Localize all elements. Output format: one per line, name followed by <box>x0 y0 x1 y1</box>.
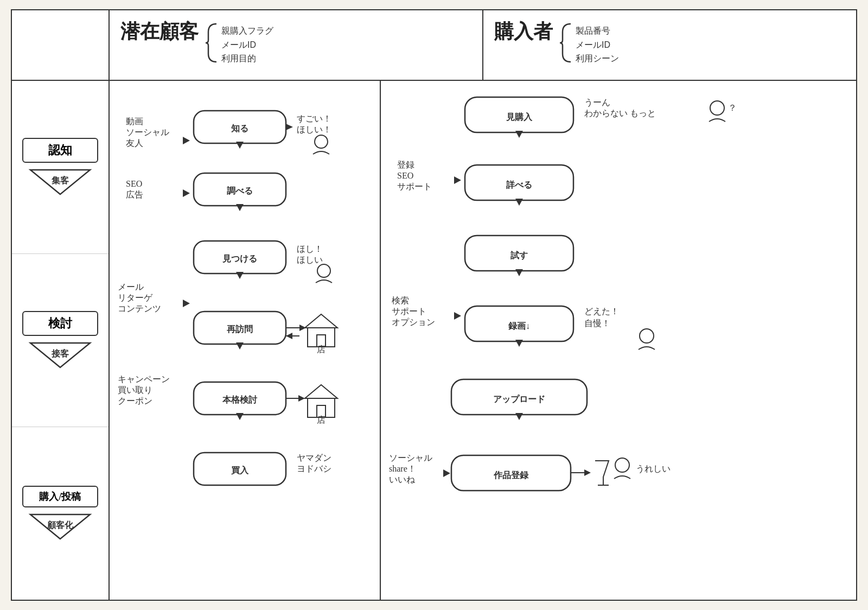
svg-text:メール: メール <box>118 282 144 291</box>
svg-text:わからない もっと: わからない もっと <box>584 109 656 118</box>
svg-marker-93 <box>443 469 450 477</box>
svg-marker-19 <box>183 189 190 197</box>
stage-item-1: 認知 集客 <box>12 81 108 254</box>
left-panel: 動画 ソーシャル 友人 知る すごい！ ほしい！ <box>110 81 381 600</box>
svg-marker-31 <box>183 300 190 307</box>
svg-text:動画: 動画 <box>126 117 143 126</box>
right-attributes: 製品番号 メールID 利用シーン <box>576 24 619 66</box>
svg-point-64 <box>710 101 724 115</box>
stage-triangle-1: 集客 <box>28 167 93 197</box>
svg-text:調べる: 調べる <box>227 186 253 195</box>
svg-marker-39 <box>305 314 337 328</box>
right-attr-2: メールID <box>576 38 619 52</box>
main-content: 認知 集客 検討 接客 購入/投稿 顧客化 <box>12 81 856 600</box>
header-left-section: 潜在顧客 親購入フラグ メールID 利用目的 <box>110 10 483 80</box>
right-flow-svg: 見購入 うーん わからない もっと ？ 登録 SEO サポート <box>381 81 777 600</box>
svg-text:知る: 知る <box>231 124 248 133</box>
right-brace-icon <box>557 21 573 65</box>
svg-marker-16 <box>236 142 244 149</box>
svg-text:キャンペーン: キャンペーン <box>118 374 170 384</box>
svg-text:録画↓: 録画↓ <box>508 321 530 331</box>
svg-text:どえた！: どえた！ <box>584 307 619 316</box>
left-flow-svg: 動画 ソーシャル 友人 知る すごい！ ほしい！ <box>110 81 381 600</box>
stage-box-2: 検討 <box>22 311 98 336</box>
left-brace-icon <box>203 21 219 65</box>
svg-text:ほしい: ほしい <box>297 255 323 264</box>
right-attr-1: 製品番号 <box>576 24 619 38</box>
svg-marker-80 <box>454 312 461 320</box>
left-section-title: 潜在顧客 <box>120 18 199 45</box>
stage-triangle-2: 接客 <box>28 340 93 370</box>
svg-marker-15 <box>286 124 293 130</box>
svg-marker-70 <box>454 176 461 184</box>
svg-text:顧客化: 顧客化 <box>47 520 74 530</box>
svg-text:すごい！: すごい！ <box>297 114 331 123</box>
svg-text:詳べる: 詳べる <box>506 180 532 189</box>
svg-text:リターゲ: リターゲ <box>118 293 153 302</box>
svg-marker-22 <box>236 204 244 211</box>
svg-text:検索: 検索 <box>392 296 409 305</box>
svg-marker-38 <box>286 333 292 339</box>
svg-marker-32 <box>236 272 244 279</box>
svg-text:ソーシャル: ソーシャル <box>126 128 169 137</box>
svg-text:クーポン: クーポン <box>118 396 152 405</box>
svg-marker-97 <box>584 469 591 476</box>
svg-text:share！: share！ <box>389 464 416 473</box>
svg-text:店: 店 <box>317 415 326 424</box>
svg-text:店: 店 <box>317 345 326 354</box>
svg-text:友人: 友人 <box>126 138 143 148</box>
left-attr-3: 利用目的 <box>221 52 273 66</box>
left-attributes: 親購入フラグ メールID 利用目的 <box>221 24 273 66</box>
svg-marker-9 <box>183 137 190 144</box>
svg-text:広告: 広告 <box>126 190 143 199</box>
svg-text:自慢！: 自慢！ <box>584 319 610 328</box>
svg-text:サポート: サポート <box>392 307 426 316</box>
svg-point-27 <box>317 264 330 277</box>
stage-box-1: 認知 <box>22 138 98 163</box>
svg-text:SEO: SEO <box>397 171 413 180</box>
svg-text:うーん: うーん <box>584 98 610 107</box>
svg-text:いいね: いいね <box>389 475 416 484</box>
stage-box-3: 購入/投稿 <box>22 486 98 507</box>
svg-rect-40 <box>308 328 335 347</box>
svg-text:サポート: サポート <box>397 182 432 191</box>
svg-text:見つける: 見つける <box>222 254 257 263</box>
svg-marker-89 <box>515 413 523 420</box>
svg-marker-43 <box>236 342 244 350</box>
svg-text:集客: 集客 <box>52 175 69 185</box>
svg-marker-51 <box>305 385 337 398</box>
svg-text:オプション: オプション <box>392 317 435 327</box>
svg-text:試す: 試す <box>510 250 528 260</box>
svg-text:本格検討: 本格検討 <box>222 395 258 404</box>
svg-text:ヨドバシ: ヨドバシ <box>297 464 331 473</box>
right-panel: 見購入 うーん わからない もっと ？ 登録 SEO サポート <box>381 81 856 600</box>
header-stage-space <box>12 10 110 80</box>
right-attr-3: 利用シーン <box>576 52 619 66</box>
svg-text:登録: 登録 <box>397 160 414 169</box>
svg-text:見購入: 見購入 <box>506 112 533 122</box>
svg-text:SEO: SEO <box>126 179 142 188</box>
right-section-title: 購入者 <box>494 18 553 45</box>
svg-point-14 <box>315 135 328 148</box>
svg-point-85 <box>640 329 654 343</box>
svg-marker-86 <box>515 340 523 347</box>
svg-point-98 <box>615 458 629 472</box>
header-row: 潜在顧客 親購入フラグ メールID 利用目的 購入者 <box>12 10 856 81</box>
stage-triangle-3: 顧客化 <box>28 512 93 542</box>
svg-rect-52 <box>308 398 335 417</box>
svg-text:ソーシャル: ソーシャル <box>389 453 432 462</box>
svg-text:買い取り: 買い取り <box>118 385 152 395</box>
stage-item-2: 検討 接客 <box>12 254 108 427</box>
main-page: 潜在顧客 親購入フラグ メールID 利用目的 購入者 <box>11 9 857 601</box>
svg-text:接客: 接客 <box>51 348 69 358</box>
header-right-section: 購入者 製品番号 メールID 利用シーン <box>483 10 856 80</box>
svg-text:買入: 買入 <box>231 465 249 475</box>
svg-marker-76 <box>515 269 523 276</box>
svg-marker-73 <box>515 199 523 206</box>
svg-text:？: ？ <box>728 103 737 112</box>
svg-text:再訪問: 再訪問 <box>227 324 253 334</box>
stage-item-3: 購入/投稿 顧客化 <box>12 427 108 600</box>
svg-text:作品登録: 作品登録 <box>493 471 529 480</box>
svg-text:ほしい！: ほしい！ <box>297 125 331 134</box>
svg-text:ほし！: ほし！ <box>297 244 323 253</box>
